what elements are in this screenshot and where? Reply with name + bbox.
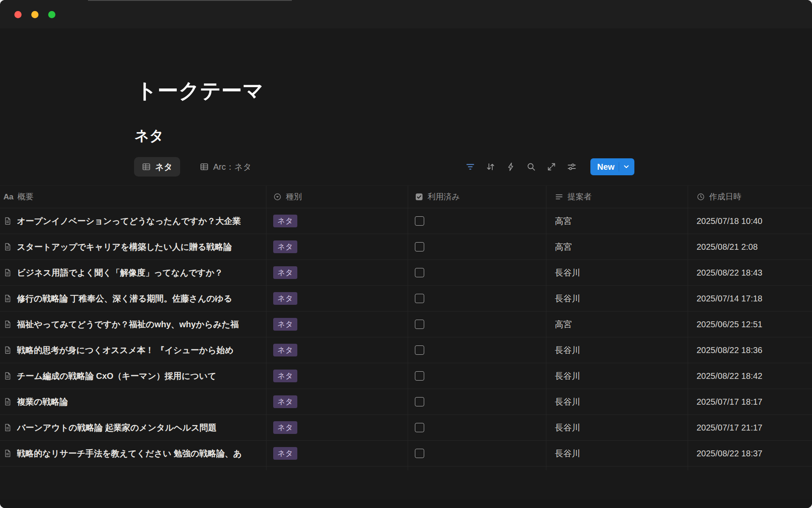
cell-created[interactable]: 2025/07/17 18:17 xyxy=(688,389,812,415)
used-checkbox[interactable] xyxy=(415,345,424,355)
cell-proposer[interactable]: 長谷川 xyxy=(546,260,688,286)
cell-used[interactable] xyxy=(408,415,546,441)
sort-icon[interactable] xyxy=(486,162,496,172)
row-title: チーム編成の戦略論 CxO（キーマン）採用について xyxy=(17,370,216,382)
table-row[interactable]: 複業の戦略論 ネタ 長谷川 2025/07/17 18:17 xyxy=(0,389,812,415)
cell-type[interactable]: ネタ xyxy=(266,441,408,467)
cell-proposer[interactable]: 高宮 xyxy=(546,234,688,260)
used-checkbox[interactable] xyxy=(415,423,424,432)
used-checkbox[interactable] xyxy=(415,216,424,226)
database-title[interactable]: ネタ xyxy=(134,126,164,146)
cell-type[interactable]: ネタ xyxy=(266,286,408,312)
cell-summary[interactable]: 戦略的思考が身につくオススメ本！ 『イシューから始め xyxy=(0,337,266,363)
table-header-row: Aa 概要 種別 利用済み 提案者 xyxy=(0,185,812,208)
cell-summary[interactable]: 福祉やってみてどうですか？福祉のwhy、whyからみた福 xyxy=(0,312,266,337)
settings-sliders-icon[interactable] xyxy=(567,162,577,172)
cell-used[interactable] xyxy=(408,260,546,286)
table-row[interactable]: ビジネス用語でよく聞く「解像度」ってなんですか？ ネタ 長谷川 2025/08/… xyxy=(0,260,812,286)
used-checkbox[interactable] xyxy=(415,397,424,406)
used-checkbox[interactable] xyxy=(415,320,424,329)
cell-summary[interactable]: 複業の戦略論 xyxy=(0,389,266,415)
used-checkbox[interactable] xyxy=(415,242,424,251)
cell-proposer[interactable]: 長谷川 xyxy=(546,389,688,415)
cell-created[interactable]: 2025/07/14 17:18 xyxy=(688,286,812,312)
column-label-created: 作成日時 xyxy=(709,191,741,202)
cell-type[interactable]: ネタ xyxy=(266,208,408,234)
minimize-button[interactable] xyxy=(31,11,38,18)
cell-type[interactable]: ネタ xyxy=(266,260,408,286)
cell-used[interactable] xyxy=(408,441,546,467)
created-text: 2025/07/18 10:40 xyxy=(697,216,763,226)
cell-type[interactable]: ネタ xyxy=(266,234,408,260)
used-checkbox[interactable] xyxy=(415,449,424,458)
table-row[interactable]: 福祉やってみてどうですか？福祉のwhy、whyからみた福 ネタ 高宮 2025/… xyxy=(0,312,812,337)
cell-created[interactable]: 2025/07/18 10:40 xyxy=(688,208,812,234)
cell-used[interactable] xyxy=(408,363,546,389)
cell-used[interactable] xyxy=(408,389,546,415)
cell-proposer[interactable]: 高宮 xyxy=(546,208,688,234)
close-button[interactable] xyxy=(14,11,22,18)
column-header-type[interactable]: 種別 xyxy=(266,185,408,208)
cell-proposer[interactable]: 長谷川 xyxy=(546,337,688,363)
cell-summary[interactable]: バーンアウトの戦略論 起業家のメンタルヘルス問題 xyxy=(0,415,266,441)
cell-used[interactable] xyxy=(408,208,546,234)
app-window: トークテーマ ネタ ネタ Arc：ネタ xyxy=(0,0,812,508)
cell-summary[interactable]: オープンイノベーションってどうなったんですか？大企業 xyxy=(0,208,266,234)
cell-proposer[interactable]: 長谷川 xyxy=(546,363,688,389)
table-row[interactable]: チーム編成の戦略論 CxO（キーマン）採用について ネタ 長谷川 2025/08… xyxy=(0,363,812,389)
column-header-proposer[interactable]: 提案者 xyxy=(546,185,688,208)
type-tag: ネタ xyxy=(273,240,297,253)
cell-proposer[interactable]: 長谷川 xyxy=(546,441,688,467)
cell-used[interactable] xyxy=(408,286,546,312)
cell-proposer[interactable]: 高宮 xyxy=(546,312,688,337)
cell-created[interactable]: 2025/08/22 18:37 xyxy=(688,441,812,467)
column-header-used[interactable]: 利用済み xyxy=(408,185,546,208)
filter-icon[interactable] xyxy=(465,162,475,172)
cell-created[interactable]: 2025/08/21 2:08 xyxy=(688,234,812,260)
cell-proposer[interactable]: 長谷川 xyxy=(546,415,688,441)
expand-icon[interactable] xyxy=(546,162,557,172)
column-header-created[interactable]: 作成日時 xyxy=(688,185,812,208)
page-icon xyxy=(3,398,12,406)
search-icon[interactable] xyxy=(526,162,536,172)
table-row[interactable]: 戦略的思考が身につくオススメ本！ 『イシューから始め ネタ 長谷川 2025/0… xyxy=(0,337,812,363)
cell-created[interactable]: 2025/08/22 18:43 xyxy=(688,260,812,286)
cell-used[interactable] xyxy=(408,337,546,363)
new-button[interactable]: New xyxy=(590,158,634,175)
column-header-summary[interactable]: Aa 概要 xyxy=(0,185,266,208)
used-checkbox[interactable] xyxy=(415,268,424,277)
cell-type[interactable]: ネタ xyxy=(266,312,408,337)
cell-summary[interactable]: 戦略的なリサーチ手法を教えてください 勉強の戦略論、あ xyxy=(0,441,266,467)
cell-type[interactable]: ネタ xyxy=(266,363,408,389)
cell-type[interactable]: ネタ xyxy=(266,337,408,363)
used-checkbox[interactable] xyxy=(415,294,424,303)
proposer-text: 長谷川 xyxy=(555,422,580,433)
chevron-down-icon[interactable] xyxy=(619,162,630,171)
cell-summary[interactable]: スタートアップでキャリアを構築したい人に贈る戦略論 xyxy=(0,234,266,260)
cell-used[interactable] xyxy=(408,234,546,260)
table-row[interactable]: 修行の戦略論 丁稚奉公、深く潜る期間。佐藤さんのゆる ネタ 長谷川 2025/0… xyxy=(0,286,812,312)
zap-icon[interactable] xyxy=(506,162,516,172)
cell-created[interactable]: 2025/08/22 18:36 xyxy=(688,337,812,363)
stub-cell xyxy=(688,467,812,470)
cell-created[interactable]: 2025/08/22 18:42 xyxy=(688,363,812,389)
cell-summary[interactable]: ビジネス用語でよく聞く「解像度」ってなんですか？ xyxy=(0,260,266,286)
cell-created[interactable]: 2025/07/17 21:17 xyxy=(688,415,812,441)
view-tab-neta[interactable]: ネタ xyxy=(134,157,180,177)
cell-proposer[interactable]: 長谷川 xyxy=(546,286,688,312)
cell-created[interactable]: 2025/06/25 12:51 xyxy=(688,312,812,337)
created-text: 2025/08/22 18:42 xyxy=(697,371,763,381)
table-row[interactable]: バーンアウトの戦略論 起業家のメンタルヘルス問題 ネタ 長谷川 2025/07/… xyxy=(0,415,812,441)
used-checkbox[interactable] xyxy=(415,371,424,381)
zoom-button[interactable] xyxy=(48,11,55,18)
cell-summary[interactable]: チーム編成の戦略論 CxO（キーマン）採用について xyxy=(0,363,266,389)
view-tab-arc-neta[interactable]: Arc：ネタ xyxy=(192,157,259,177)
table-row[interactable]: スタートアップでキャリアを構築したい人に贈る戦略論 ネタ 高宮 2025/08/… xyxy=(0,234,812,260)
proposer-text: 長谷川 xyxy=(555,293,580,304)
cell-type[interactable]: ネタ xyxy=(266,389,408,415)
cell-summary[interactable]: 修行の戦略論 丁稚奉公、深く潜る期間。佐藤さんのゆる xyxy=(0,286,266,312)
cell-used[interactable] xyxy=(408,312,546,337)
table-row[interactable]: 戦略的なリサーチ手法を教えてください 勉強の戦略論、あ ネタ 長谷川 2025/… xyxy=(0,441,812,467)
cell-type[interactable]: ネタ xyxy=(266,415,408,441)
table-row[interactable]: オープンイノベーションってどうなったんですか？大企業 ネタ 高宮 2025/07… xyxy=(0,208,812,234)
